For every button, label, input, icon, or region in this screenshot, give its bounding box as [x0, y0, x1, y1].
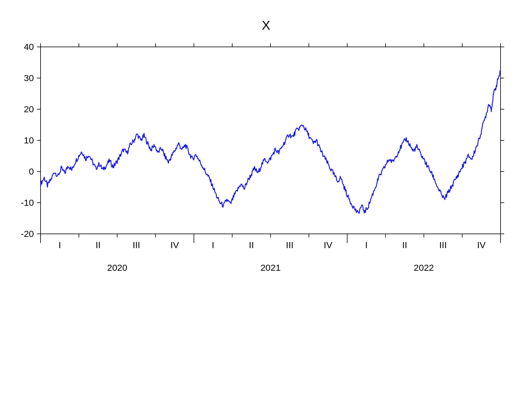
- x-quarter-label: IV: [324, 240, 332, 250]
- x-quarter-label: III: [439, 240, 447, 250]
- x-quarter-label: III: [133, 240, 140, 250]
- x-quarter-label: II: [249, 240, 254, 250]
- y-tick-label: 30: [24, 73, 34, 83]
- series-line: [41, 70, 501, 213]
- y-tick-label: -20: [21, 229, 34, 239]
- y-tick-label: 40: [24, 42, 34, 52]
- x-year-label: 2022: [414, 263, 434, 273]
- x-year-label: 2020: [107, 263, 127, 273]
- x-quarter-label: I: [58, 240, 61, 250]
- x-quarter-label: IV: [477, 240, 485, 250]
- x-quarter-label: I: [365, 240, 367, 250]
- chart-svg: -20-10010203040IIIIIIIVIIIIIIIVIIIIIIIV2…: [0, 0, 532, 393]
- chart-container: { "title": "X", "chart_data": { "type": …: [0, 0, 532, 393]
- y-tick-label: 20: [24, 104, 34, 114]
- y-tick-label: -10: [21, 198, 34, 208]
- x-quarter-label: III: [286, 240, 294, 250]
- x-quarter-label: II: [402, 240, 407, 250]
- plot-frame: [41, 47, 501, 234]
- x-year-label: 2021: [261, 263, 281, 273]
- y-tick-label: 10: [24, 135, 34, 145]
- y-tick-label: 0: [29, 166, 34, 176]
- x-quarter-label: I: [212, 240, 214, 250]
- x-quarter-label: IV: [170, 240, 179, 250]
- x-quarter-label: II: [96, 240, 101, 250]
